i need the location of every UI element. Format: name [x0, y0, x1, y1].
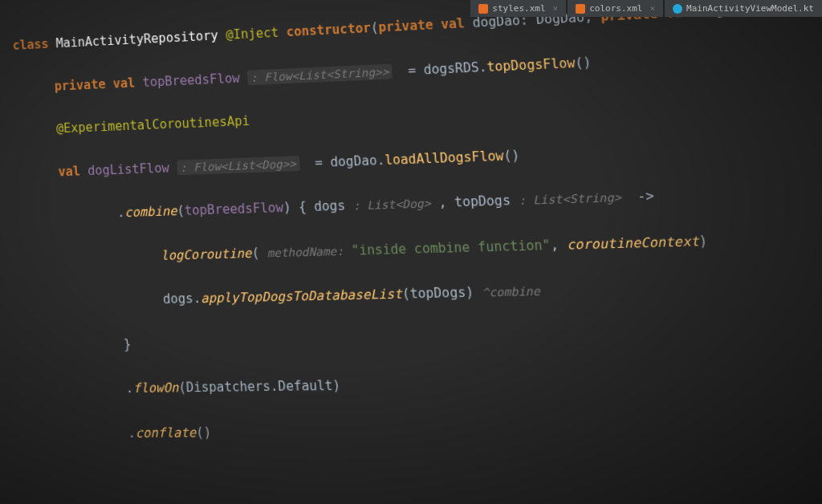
- code-line: [31, 463, 822, 490]
- code-line: dogs.applyTopDogsToDatabaseList(topDogs)…: [23, 271, 822, 314]
- tab-bar: styles.xml × colors.xml × MainActivityVi…: [470, 0, 822, 17]
- tab-styles[interactable]: styles.xml ×: [470, 0, 566, 17]
- close-icon[interactable]: ×: [649, 3, 655, 14]
- tab-label: colors.xml: [589, 3, 642, 14]
- code-line: .combine(topBreedsFlow) { dogs : List<Do…: [19, 177, 822, 227]
- code-line: val dogListFlow : Flow<List<Dog>> = dogD…: [18, 130, 822, 184]
- xml-file-icon: [576, 4, 585, 14]
- xml-file-icon: [478, 4, 488, 14]
- tab-label: MainActivityViewModel.kt: [686, 3, 814, 14]
- code-editor[interactable]: class MainActivityRepository @Inject con…: [11, 0, 822, 504]
- close-icon[interactable]: ×: [553, 3, 559, 14]
- code-line: .flowOn(Dispatchers.Default): [26, 367, 822, 401]
- tab-label: styles.xml: [492, 3, 545, 14]
- code-line: }: [25, 319, 822, 357]
- code-line: .conflate(): [29, 415, 822, 445]
- tab-mainactivityviewmodel[interactable]: MainActivityViewModel.kt: [665, 0, 822, 17]
- code-line: logCoroutine( methodName: "inside combin…: [21, 224, 822, 270]
- tab-colors[interactable]: colors.xml ×: [568, 0, 663, 17]
- kotlin-file-icon: [673, 4, 682, 14]
